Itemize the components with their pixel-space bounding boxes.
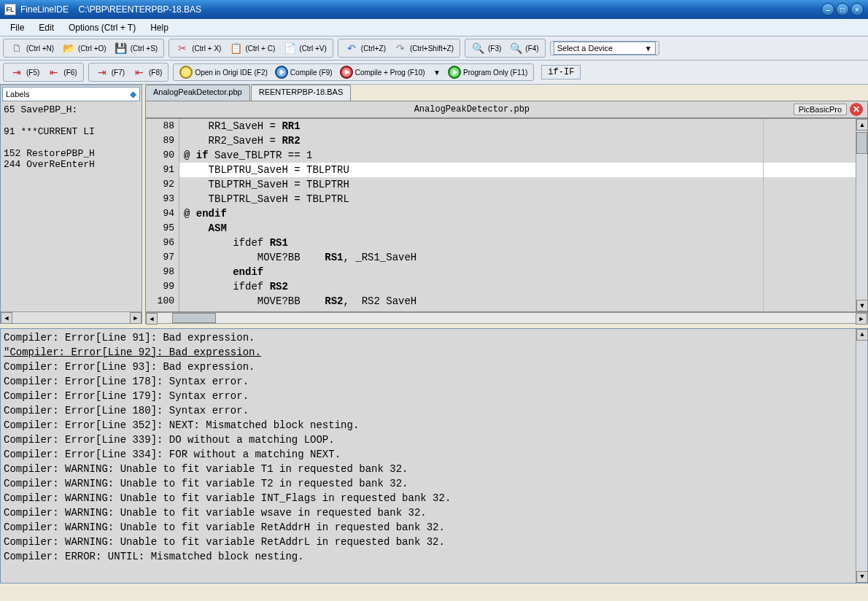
redo-button[interactable]: ↷(Ctrl+Shift+Z) [390,39,457,57]
print-margin [763,119,764,311]
scroll-left-button[interactable]: ◄ [146,313,158,325]
output-line: Compiler: Error[Line 93]: Bad expression… [4,360,853,374]
undo-button[interactable]: ↶(Ctrl+Z) [341,39,389,57]
undo-arrow-icon: ↶ [344,41,359,55]
label-item[interactable]: 152 RestorePBP_H [4,148,139,159]
tab[interactable]: REENTERPBP-18.BAS [251,85,352,101]
language-badge: PicBasicPro [794,104,847,115]
code-line[interactable]: @ endif [179,206,856,221]
yellow-circle-icon [179,66,193,79]
copy-button[interactable]: 📋(Ctrl + C) [225,39,278,57]
scroll-up-button[interactable]: ▲ [856,119,868,131]
editor-hscroll[interactable]: ◄ ► [145,312,868,324]
menu-file[interactable]: File [3,20,31,35]
editor-panel: AnalogPeakDetector.pbpREENTERPBP-18.BAS … [145,85,868,324]
label-item[interactable]: 91 ***CURRENT LI [4,126,139,137]
chevron-down-icon: ▼ [645,44,652,53]
indent-icon: ⇥ [95,65,109,80]
program-only-button[interactable]: Program Only (F11) [445,64,530,80]
device-select[interactable]: Select a Device▼ [554,42,656,55]
toolbar-row-1: 🗋(Ctrl +N) 📂(Ctrl +O) 💾(Ctrl +S) ✂(Ctrl … [0,36,868,61]
close-file-button[interactable]: ✕ [850,103,863,116]
code-line[interactable]: ifdef RS2 [179,279,856,294]
label-item[interactable] [4,137,139,148]
output-vscroll[interactable]: ▲ ▼ [856,329,867,583]
code-line[interactable]: TBLPTRH_SaveH = TBLPTRH [179,177,856,192]
open-button[interactable]: 📂(Ctrl +O) [58,39,109,57]
paste-icon: 📄 [282,41,297,55]
labels-hscroll[interactable]: ◄ ► [1,311,142,323]
f8-button[interactable]: ⇤(F8) [129,63,165,81]
file-name: AnalogPeakDetector.pbp [150,104,794,115]
code-line[interactable]: ASM [179,221,856,236]
scroll-up-button[interactable]: ▲ [856,329,868,341]
code-line[interactable]: RR1_SaveH = RR1 [179,119,856,133]
paste-button[interactable]: 📄(Ctrl +V) [279,39,330,57]
f6-button[interactable]: ⇤(F6) [44,63,80,81]
compile-button[interactable]: Compile (F9) [272,64,336,80]
compiler-output[interactable]: Compiler: Error[Line 91]: Bad expression… [1,329,856,583]
scroll-down-button[interactable]: ▼ [856,571,868,583]
code-line[interactable]: @ if Save_TBLPTR == 1 [179,148,856,163]
code-editor[interactable]: 888990919293949596979899100 RR1_SaveH = … [145,118,868,312]
label-item[interactable]: 244 OverReEnterH [4,159,139,170]
save-button[interactable]: 💾(Ctrl +S) [111,39,161,57]
code-line[interactable]: TBLPTRL_SaveH = TBLPTRL [179,192,856,206]
output-line: Compiler: WARNING: Unable to fit variabl… [4,520,853,535]
code-text[interactable]: RR1_SaveH = RR1 RR2_SaveH = RR2@ if Save… [179,119,856,311]
if-snippet-box[interactable]: if-IF [541,65,581,80]
outdent-icon: ⇤ [47,65,61,80]
code-line[interactable]: RR2_SaveH = RR2 [179,133,856,148]
output-line: "Compiler: Error[Line 92]: Bad expressio… [4,345,853,360]
compile-prog-button[interactable]: Compile + Prog (F10) ▼ [337,64,443,80]
open-origi-ide-button[interactable]: Open in Origi IDE (F2) [177,64,270,80]
menu-edit[interactable]: Edit [31,20,61,35]
output-line: Compiler: Error[Line 178]: Syntax error. [4,374,853,389]
tab[interactable]: AnalogPeakDetector.pbp [145,85,250,101]
open-folder-icon: 📂 [61,41,76,55]
new-file-icon: 🗋 [9,41,24,55]
chevron-down-icon[interactable]: ▼ [433,69,441,77]
f5-button[interactable]: ⇥(F5) [7,63,42,81]
find-next-button[interactable]: 🔍(F4) [505,39,541,57]
code-line[interactable]: MOVE?BB RS2, RS2 SaveH [179,294,856,309]
cut-button[interactable]: ✂(Ctrl + X) [172,39,224,57]
menu-help[interactable]: Help [143,20,176,35]
code-line[interactable]: ifdef RS1 [179,236,856,250]
label-item[interactable]: 65 SavePBP_H: [4,104,139,115]
main-area: Labels ◆ 65 SavePBP_H: 91 ***CURRENT LI … [0,85,868,324]
vscroll-thumb[interactable] [856,132,867,154]
output-line: Compiler: WARNING: Unable to fit variabl… [4,535,853,549]
find-button[interactable]: 🔍(F3) [468,39,504,57]
menu-options[interactable]: Options (Ctrl + T) [61,20,143,35]
hscroll-thumb[interactable] [172,313,216,323]
label-item[interactable] [4,115,139,126]
output-line: Compiler: ERROR: UNTIL: Mismatched block… [4,549,853,564]
output-line: Compiler: Error[Line 352]: NEXT: Mismatc… [4,418,853,433]
code-line[interactable]: endif [179,265,856,279]
output-line: Compiler: WARNING: Unable to fit variabl… [4,491,853,505]
scroll-right-button[interactable]: ► [130,312,142,324]
code-line[interactable]: MOVE?BB RS1, _RS1_SaveH [179,250,856,265]
output-line: Compiler: Error[Line 91]: Bad expression… [4,330,853,345]
close-window-button[interactable]: × [850,3,864,16]
f7-button[interactable]: ⇥(F7) [92,63,128,81]
labels-dropdown[interactable]: Labels ◆ [2,87,140,101]
menubar: File Edit Options (Ctrl + T) Help [0,19,868,36]
editor-vscroll[interactable]: ▲ ▼ [856,119,867,311]
code-line[interactable]: TBLPTRU_SaveH = TBLPTRU [179,163,856,177]
scroll-down-button[interactable]: ▼ [856,300,868,311]
titlebar: FL FineLineIDE C:\PBP\REENTERPBP-18.BAS … [0,0,868,19]
output-line: Compiler: WARNING: Unable to fit variabl… [4,462,853,476]
green-play-icon [448,66,461,79]
tab-strip: AnalogPeakDetector.pbpREENTERPBP-18.BAS [145,85,868,101]
minimize-button[interactable]: ‒ [821,3,834,16]
output-line: Compiler: Error[Line 179]: Syntax error. [4,389,853,403]
labels-list[interactable]: 65 SavePBP_H: 91 ***CURRENT LI 152 Resto… [1,103,142,311]
new-button[interactable]: 🗋(Ctrl +N) [7,39,57,57]
maximize-button[interactable]: □ [836,3,849,16]
app-icon: FL [4,4,16,15]
app-title: FineLineIDE C:\PBP\REENTERPBP-18.BAS [20,4,201,15]
scroll-right-button[interactable]: ► [856,313,867,325]
scroll-left-button[interactable]: ◄ [1,312,12,324]
